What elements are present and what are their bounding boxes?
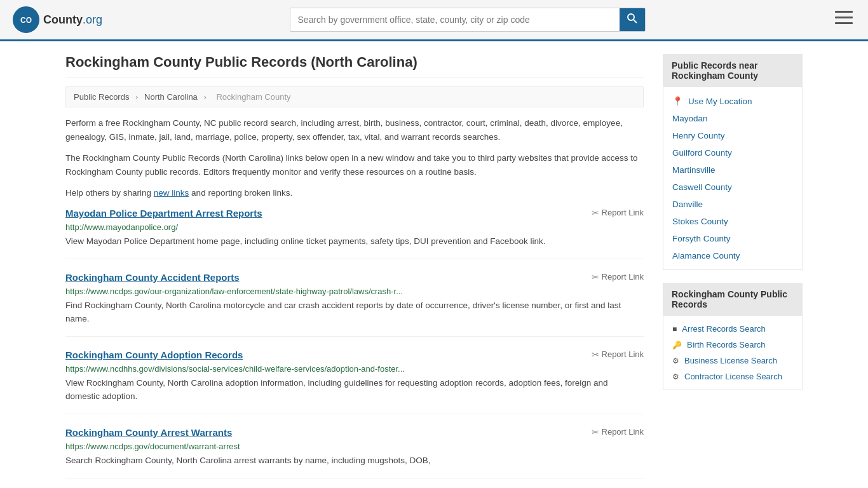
- records-links-list: ■ Arrest Records Search 🔑 Birth Records …: [663, 316, 803, 390]
- report-link-1[interactable]: ✂ Report Link: [592, 272, 644, 282]
- sidebar-record-label-0: Arrest Records Search: [682, 324, 766, 334]
- record-url-3[interactable]: https://www.ncdps.gov/document/warrant-a…: [65, 442, 644, 451]
- sidebar-record-label-2: Business License Search: [684, 356, 777, 365]
- records-section-header: Rockingham County Public Records: [663, 283, 803, 316]
- report-link-3[interactable]: ✂ Report Link: [592, 427, 644, 437]
- sidebar-record-item-3[interactable]: ⚙ Contractor License Search: [663, 369, 802, 384]
- sidebar-record-icon-0: ■: [672, 325, 677, 334]
- logo-icon: CO: [13, 6, 39, 33]
- sidebar-record-item-0[interactable]: ■ Arrest Records Search: [663, 321, 802, 337]
- record-desc-1: Find Rockingham County, North Carolina m…: [65, 299, 644, 326]
- location-icon: 📍: [672, 96, 683, 106]
- sidebar-record-item-2[interactable]: ⚙ Business License Search: [663, 353, 802, 369]
- breadcrumb-north-carolina[interactable]: North Carolina: [144, 92, 198, 102]
- scissors-icon-1: ✂: [592, 272, 599, 282]
- report-label-2: Report Link: [602, 349, 644, 359]
- logo-text: County.org: [43, 13, 102, 27]
- new-links-link[interactable]: new links: [154, 188, 189, 198]
- nearby-link-1[interactable]: Henry County: [663, 127, 802, 144]
- nearby-section: Public Records near Rockingham County 📍 …: [663, 54, 803, 270]
- scissors-icon-3: ✂: [592, 427, 599, 437]
- report-label-0: Report Link: [602, 208, 644, 217]
- record-desc-3: Search Rockingham County, North Carolina…: [65, 454, 644, 468]
- report-label-3: Report Link: [602, 427, 644, 437]
- record-item: Mayodan Police Department Arrest Reports…: [65, 208, 644, 259]
- site-header: CO County.org: [0, 0, 868, 41]
- sidebar-record-label-1: Birth Records Search: [687, 340, 766, 349]
- svg-rect-6: [835, 22, 853, 24]
- main-container: Rockingham County Public Records (North …: [53, 41, 815, 488]
- description-3: Help others by sharing new links and rep…: [65, 186, 644, 200]
- page-title: Rockingham County Public Records (North …: [65, 54, 644, 78]
- sidebar-record-icon-2: ⚙: [672, 356, 679, 365]
- use-my-location-link[interactable]: 📍 Use My Location: [663, 92, 802, 110]
- nearby-link-5[interactable]: Danville: [663, 196, 802, 213]
- record-item: Rockingham County Arrest Warrants ✂ Repo…: [65, 427, 644, 478]
- description-1: Perform a free Rockingham County, NC pub…: [65, 116, 644, 144]
- report-label-1: Report Link: [602, 272, 644, 281]
- svg-rect-4: [835, 11, 853, 13]
- menu-button[interactable]: [832, 8, 855, 31]
- sidebar-record-icon-3: ⚙: [672, 372, 679, 381]
- record-url-2[interactable]: https://www.ncdhhs.gov/divisions/social-…: [65, 364, 644, 374]
- nearby-link-0[interactable]: Mayodan: [663, 110, 802, 127]
- search-input[interactable]: [290, 10, 620, 30]
- nearby-header: Public Records near Rockingham County: [663, 54, 803, 87]
- nearby-link-8[interactable]: Alamance County: [663, 247, 802, 264]
- record-header-2: Rockingham County Adoption Records ✂ Rep…: [65, 349, 644, 363]
- record-header-3: Rockingham County Arrest Warrants ✂ Repo…: [65, 427, 644, 440]
- record-title-2[interactable]: Rockingham County Adoption Records: [65, 349, 243, 360]
- breadcrumb-current: Rockingham County: [216, 92, 290, 102]
- record-title-3[interactable]: Rockingham County Arrest Warrants: [65, 427, 232, 438]
- nearby-links: 📍 Use My Location MayodanHenry CountyGui…: [663, 87, 803, 270]
- description-2: The Rockingham County Public Records (No…: [65, 151, 644, 179]
- scissors-icon-0: ✂: [592, 208, 599, 218]
- record-desc-2: View Rockingham County, North Carolina a…: [65, 377, 644, 403]
- search-area: [290, 8, 646, 32]
- logo-area: CO County.org: [13, 6, 102, 33]
- record-item: Rockingham County Accident Reports ✂ Rep…: [65, 272, 644, 337]
- record-header-0: Mayodan Police Department Arrest Reports…: [65, 208, 644, 221]
- svg-line-3: [634, 20, 637, 23]
- sidebar-record-label-3: Contractor License Search: [684, 372, 782, 381]
- record-url-0[interactable]: http://www.mayodanpolice.org/: [65, 222, 644, 232]
- svg-point-2: [628, 14, 634, 20]
- sidebar-record-item-1[interactable]: 🔑 Birth Records Search: [663, 337, 802, 353]
- report-link-2[interactable]: ✂ Report Link: [592, 349, 644, 360]
- public-records-section: Rockingham County Public Records ■ Arres…: [663, 283, 803, 390]
- record-url-1[interactable]: https://www.ncdps.gov/our-organization/l…: [65, 287, 644, 296]
- sidebar: Public Records near Rockingham County 📍 …: [663, 54, 803, 488]
- scissors-icon-2: ✂: [592, 349, 599, 360]
- nearby-link-2[interactable]: Guilford County: [663, 144, 802, 161]
- content-area: Rockingham County Public Records (North …: [65, 54, 644, 488]
- record-item: Rockingham County Adoption Records ✂ Rep…: [65, 349, 644, 414]
- nearby-links-list: MayodanHenry CountyGuilford CountyMartin…: [663, 110, 802, 264]
- search-button[interactable]: [620, 8, 645, 31]
- sidebar-record-icon-1: 🔑: [672, 341, 682, 349]
- report-link-0[interactable]: ✂ Report Link: [592, 208, 644, 218]
- nearby-link-6[interactable]: Stokes County: [663, 213, 802, 230]
- record-title-0[interactable]: Mayodan Police Department Arrest Reports: [65, 208, 262, 219]
- svg-text:CO: CO: [20, 16, 32, 25]
- nearby-link-3[interactable]: Martinsville: [663, 161, 802, 179]
- record-header-1: Rockingham County Accident Reports ✂ Rep…: [65, 272, 644, 285]
- nearby-link-4[interactable]: Caswell County: [663, 179, 802, 196]
- search-icon: [627, 13, 637, 24]
- record-desc-0: View Mayodan Police Department home page…: [65, 235, 644, 248]
- breadcrumb: Public Records › North Carolina › Rockin…: [65, 86, 644, 107]
- nearby-link-7[interactable]: Forsyth County: [663, 230, 802, 247]
- records-list: Mayodan Police Department Arrest Reports…: [65, 208, 644, 478]
- record-title-1[interactable]: Rockingham County Accident Reports: [65, 272, 240, 283]
- breadcrumb-public-records[interactable]: Public Records: [74, 92, 129, 102]
- svg-rect-5: [835, 17, 853, 18]
- search-box: [290, 8, 646, 32]
